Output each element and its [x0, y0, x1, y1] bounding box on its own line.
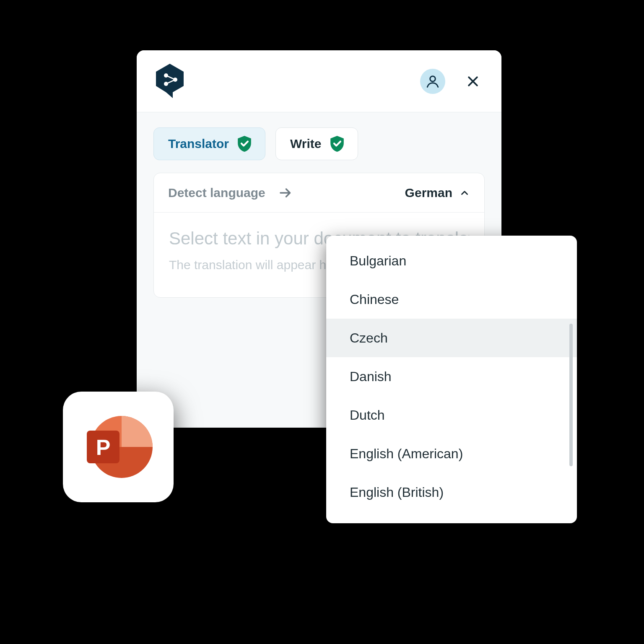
header-right [420, 69, 482, 94]
dropdown-item[interactable]: Chinese [326, 280, 577, 319]
tab-write-label: Write [290, 137, 321, 151]
dropdown-item-label: Danish [350, 369, 392, 384]
svg-point-5 [430, 76, 436, 81]
deepl-logo [153, 63, 186, 100]
tab-write[interactable]: Write [275, 127, 358, 160]
panel-header [137, 50, 501, 112]
dropdown-item[interactable]: Bulgarian [326, 242, 577, 280]
user-avatar[interactable] [420, 69, 445, 94]
chevron-up-icon [459, 187, 470, 198]
target-language-dropdown[interactable]: Bulgarian Chinese Czech Danish Dutch Eng… [326, 236, 577, 523]
dropdown-item-label: Bulgarian [350, 253, 406, 269]
dropdown-item-label: Chinese [350, 292, 399, 307]
language-bar: Detect language German [154, 173, 484, 213]
powerpoint-letter: P [96, 435, 111, 460]
dropdown-item[interactable]: Czech [326, 319, 577, 357]
tab-translator[interactable]: Translator [153, 127, 265, 160]
dropdown-item-label: Czech [350, 330, 388, 346]
target-language-select[interactable]: German [405, 186, 470, 200]
dropdown-scrollbar[interactable] [569, 324, 573, 466]
powerpoint-icon: P [83, 412, 153, 482]
tab-translator-label: Translator [168, 137, 229, 151]
powerpoint-app-tile[interactable]: P [63, 392, 174, 502]
close-button[interactable] [464, 72, 482, 91]
dropdown-item[interactable]: English (British) [326, 473, 577, 512]
arrow-right-icon [277, 184, 294, 201]
tabs-row: Translator Write [137, 112, 501, 173]
dropdown-item[interactable]: English (American) [326, 434, 577, 473]
shield-check-icon [236, 135, 252, 153]
dropdown-item-label: English (British) [350, 485, 444, 500]
dropdown-item[interactable]: Danish [326, 357, 577, 396]
dropdown-item-label: Dutch [350, 408, 385, 423]
source-language-select[interactable]: Detect language [168, 186, 265, 200]
target-language-label: German [405, 186, 452, 200]
dropdown-item[interactable]: Dutch [326, 396, 577, 434]
shield-check-icon [329, 135, 345, 153]
dropdown-item-label: English (American) [350, 446, 463, 462]
